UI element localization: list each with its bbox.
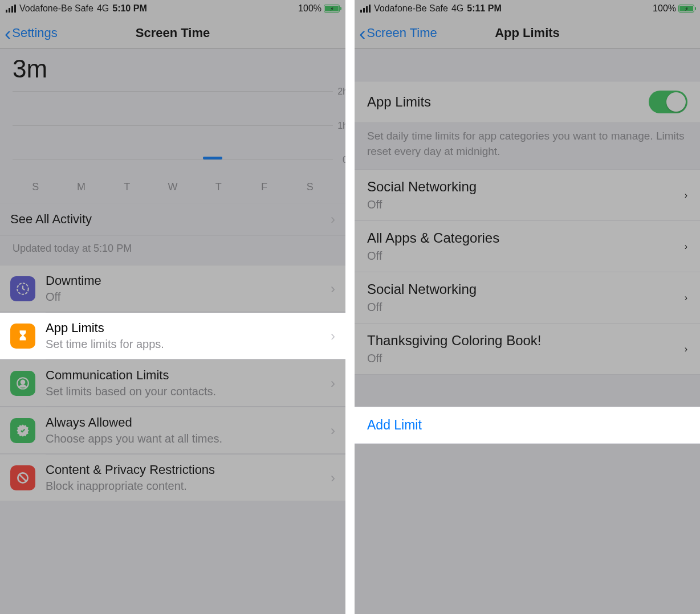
- nav-bar: ‹ Screen Time App Limits: [355, 17, 700, 49]
- chevron-right-icon: ›: [331, 328, 335, 344]
- back-button[interactable]: ‹ Screen Time: [355, 23, 437, 43]
- limit-row-social-networking[interactable]: Social Networking Off ›: [355, 169, 700, 221]
- chevron-right-icon: ›: [331, 423, 335, 439]
- always-allowed-row[interactable]: Always Allowed Choose apps you want at a…: [0, 407, 345, 454]
- page-title: App Limits: [495, 26, 560, 40]
- battery-pct: 100%: [653, 3, 676, 14]
- battery-icon: ⚡︎: [324, 5, 340, 13]
- chevron-left-icon: ‹: [359, 23, 365, 43]
- chevron-right-icon: ›: [685, 293, 687, 303]
- back-button[interactable]: ‹ Settings: [0, 23, 58, 43]
- svg-point-2: [21, 380, 25, 384]
- app-limits-toggle[interactable]: [649, 91, 687, 113]
- limit-row-all-apps[interactable]: All Apps & Categories Off ›: [355, 221, 700, 272]
- app-limits-description: Set daily time limits for app categories…: [355, 123, 700, 169]
- carrier-label: Vodafone-Be Safe: [374, 3, 448, 14]
- limit-row-thanksgiving[interactable]: Thanksgiving Coloring Book! Off ›: [355, 324, 700, 375]
- network-label: 4G: [451, 3, 463, 14]
- signal-icon: [360, 5, 371, 13]
- back-label: Screen Time: [367, 26, 437, 40]
- contact-icon: [10, 371, 35, 396]
- chevron-right-icon: ›: [685, 190, 687, 200]
- nav-bar: ‹ Settings Screen Time: [0, 17, 345, 49]
- app-limits-screen: Vodafone-Be Safe 4G 5:11 PM 100% ⚡︎ ‹ Sc…: [355, 0, 700, 614]
- communication-limits-row[interactable]: Communication Limits Set limits based on…: [0, 360, 345, 407]
- chevron-right-icon: ›: [331, 211, 335, 227]
- no-entry-icon: [10, 465, 35, 490]
- app-limits-toggle-row: App Limits: [355, 81, 700, 123]
- clock-label: 5:10 PM: [112, 3, 146, 14]
- usage-chart: 2h 1h 0: [13, 91, 333, 177]
- downtime-row[interactable]: Downtime Off ›: [0, 265, 345, 312]
- hourglass-icon: [10, 324, 35, 349]
- chevron-right-icon: ›: [331, 375, 335, 391]
- app-limits-row[interactable]: App Limits Set time limits for apps. ›: [0, 313, 345, 359]
- chevron-right-icon: ›: [685, 241, 687, 252]
- see-all-activity-row[interactable]: See All Activity ›: [0, 203, 345, 236]
- battery-icon: ⚡︎: [678, 5, 694, 13]
- downtime-icon: [10, 276, 35, 301]
- page-title: Screen Time: [136, 26, 210, 40]
- chevron-right-icon: ›: [685, 344, 687, 354]
- chart-bar-thursday: [203, 157, 222, 159]
- back-label: Settings: [12, 26, 58, 40]
- check-badge-icon: [10, 418, 35, 443]
- status-bar: Vodafone-Be Safe 4G 5:10 PM 100% ⚡︎: [0, 0, 345, 17]
- add-limit-button[interactable]: Add Limit: [355, 407, 700, 444]
- carrier-label: Vodafone-Be Safe: [19, 3, 93, 14]
- battery-pct: 100%: [298, 3, 321, 14]
- signal-icon: [6, 5, 16, 13]
- chevron-left-icon: ‹: [5, 23, 11, 43]
- clock-label: 5:11 PM: [467, 3, 501, 14]
- chevron-right-icon: ›: [331, 470, 335, 486]
- screen-time-screen: Vodafone-Be Safe 4G 5:10 PM 100% ⚡︎ ‹ Se…: [0, 0, 345, 614]
- content-restrictions-row[interactable]: Content & Privacy Restrictions Block ina…: [0, 455, 345, 501]
- limit-row-social-networking-2[interactable]: Social Networking Off ›: [355, 272, 700, 324]
- usage-total: 3m: [0, 49, 345, 85]
- network-label: 4G: [97, 3, 109, 14]
- chevron-right-icon: ›: [331, 281, 335, 297]
- updated-label: Updated today at 5:10 PM: [0, 236, 345, 265]
- status-bar: Vodafone-Be Safe 4G 5:11 PM 100% ⚡︎: [355, 0, 700, 17]
- chart-days: S M T W T F S: [13, 178, 333, 198]
